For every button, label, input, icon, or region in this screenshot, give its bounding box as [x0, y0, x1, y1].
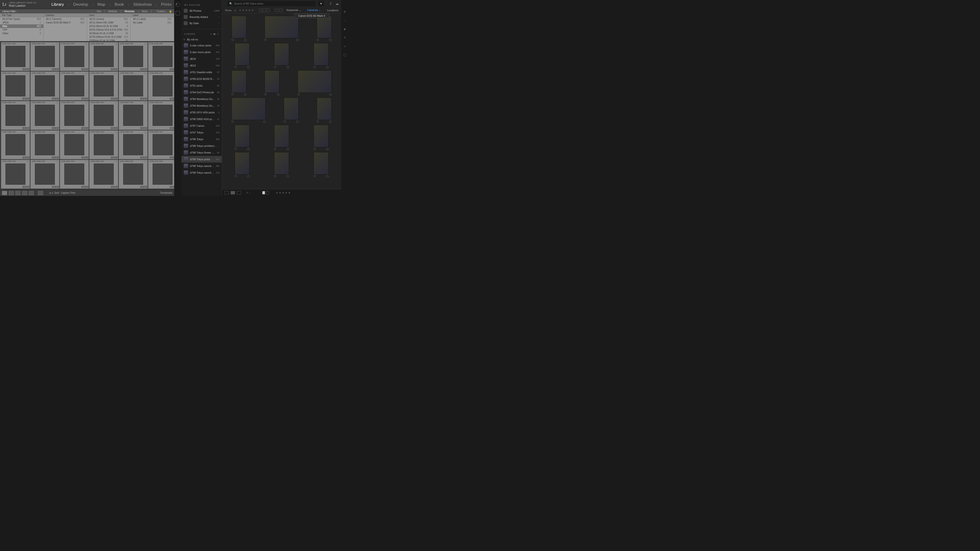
flag-icon[interactable] — [232, 39, 234, 41]
my-photos-icon[interactable] — [176, 11, 180, 15]
sort-icon[interactable]: ≡ ⌄ — [247, 191, 251, 194]
thumbnail-cell[interactable]: d798-4354.CR2⬚ — [30, 101, 59, 130]
meta-row[interactable]: All (6 Lenses)822 — [87, 17, 130, 21]
thumbnail-cell[interactable]: d798-4370.CR2⬚ — [148, 160, 174, 189]
custom-filter[interactable]: Custom... — [157, 10, 167, 13]
heal-icon[interactable]: ◉ — [343, 27, 347, 31]
flag-pick-icon[interactable] — [262, 191, 265, 194]
brush-icon[interactable]: ✎ — [343, 35, 347, 40]
expand-arrow-icon[interactable]: » — [169, 2, 172, 7]
flag-icon[interactable] — [265, 93, 267, 95]
square-grid-button[interactable] — [231, 191, 235, 194]
thumbnail-cell[interactable]: d798-4364.CR2⬚ — [148, 130, 174, 159]
thumbnail-cell[interactable]: d798-4360.CR2⬚ — [30, 130, 59, 159]
thumbnail-cell[interactable]: d798-4352.CR2⬚ — [148, 71, 174, 100]
thumbnail-cell[interactable]: d798-4361.CR2⬚ — [60, 130, 89, 159]
thumbnail-cell[interactable]: d798-4348.CR2⬚ — [30, 71, 59, 100]
flag-icon[interactable] — [235, 175, 237, 177]
locations-dropdown[interactable]: Locations — [327, 9, 338, 12]
flag-icon[interactable] — [313, 148, 316, 150]
meta-header[interactable]: Label — [130, 13, 174, 17]
by-date-item[interactable]: By Date ‹ — [181, 20, 222, 26]
photo-thumbnail[interactable] — [235, 152, 250, 178]
photo-thumbnail[interactable] — [235, 125, 250, 151]
thumbnail-cell[interactable]: d798-4347.CR2⬚ — [1, 71, 30, 100]
sort-direction-icon[interactable]: a↓z — [49, 192, 53, 194]
photo-thumbnail[interactable] — [235, 43, 250, 69]
rating-stars[interactable]: ★★★★★ — [275, 191, 291, 194]
search-box[interactable]: 🔍 — [227, 1, 316, 6]
photo-thumbnail[interactable] — [274, 152, 289, 178]
keywords-dropdown[interactable]: Keywords ⌄ — [286, 9, 301, 12]
album-item[interactable]: d798 Tokyo picks 211 — [181, 156, 222, 163]
thumbnail-cell[interactable]: d798-4366.CR2⬚ — [30, 160, 59, 189]
album-item[interactable]: d798 Tokyo flower artist 91 — [181, 149, 222, 156]
album-item[interactable]: d798 Tokyo architecture — [181, 143, 222, 149]
photo-thumbnail[interactable] — [298, 70, 332, 96]
meta-row[interactable]: EF16-35mm f/2.8L III USM9 — [87, 24, 130, 28]
photo-thumbnail[interactable] — [284, 98, 299, 124]
flag-icon[interactable] — [313, 175, 316, 177]
album-item[interactable]: d619 193 — [181, 62, 222, 69]
painter-tool-button[interactable] — [38, 191, 43, 195]
meta-row[interactable]: All (4 File Types)828 — [0, 17, 43, 21]
flag-icon[interactable] — [284, 121, 286, 122]
photo-thumbnail[interactable] — [317, 98, 332, 124]
flag-icon[interactable] — [235, 148, 237, 150]
thumbnail-cell[interactable]: d798-4365.CR2⬚ — [1, 160, 30, 189]
meta-row[interactable]: Canon EOS 6D Mark II822 — [43, 21, 87, 24]
photo-thumbnail[interactable] — [313, 125, 328, 151]
photo-thumbnail[interactable] — [232, 70, 247, 96]
module-develop[interactable]: Develop — [73, 2, 88, 7]
album-item[interactable]: 5-star mono picks 431 — [181, 49, 222, 56]
photo-view-icon[interactable] — [275, 9, 278, 12]
detail-button[interactable] — [237, 191, 241, 194]
meta-row[interactable]: No Label822 — [130, 21, 174, 24]
thumbnail-cell[interactable]: d798-4343.CR2⬚ — [60, 42, 89, 71]
meta-row[interactable]: EF35mm f/1.4L II USM35 — [87, 32, 130, 35]
thumbnail-cell[interactable]: d798-4342.CR2⬚ — [30, 42, 59, 71]
thumbnail-cell[interactable]: d798-4367.CR2⬚ — [60, 160, 89, 189]
filter-tab-attribute[interactable]: Attribute — [108, 10, 117, 13]
thumbnail-cell[interactable]: d798-4345.CR2⬚ — [119, 42, 148, 71]
flag-icon[interactable] — [317, 39, 319, 41]
album-item[interactable]: d794 DxO PhotoLab 33 — [181, 89, 222, 96]
thumbnail-cell[interactable]: d798-4363.CR2⬚ — [119, 130, 148, 159]
rating-gte-icon[interactable]: ≥ — [234, 9, 236, 12]
photo-thumbnail[interactable] — [232, 98, 266, 124]
album-item[interactable]: d797 Canon 193 — [181, 122, 222, 129]
flag-icon[interactable] — [265, 39, 267, 41]
module-map[interactable]: Map — [97, 2, 105, 7]
thumbnail-cell[interactable]: d798-4359.CR2⬚ — [1, 130, 30, 159]
photo-thumbnail[interactable] — [232, 16, 247, 41]
flag-icon[interactable] — [274, 175, 276, 177]
thumbnail-cell[interactable]: d798-4357.CR2⬚ — [119, 101, 148, 130]
thumbnail-cell[interactable]: d798-4368.CR2⬚ — [89, 160, 118, 189]
thumbnail-grid[interactable]: d798-4341.CR2⬚ d798-4342.CR2⬚ d798-4343.… — [0, 41, 174, 190]
album-item[interactable]: d791 picks 64 — [181, 82, 222, 89]
thumbnail-cell[interactable]: d798-4369.CR2⬚ — [119, 160, 148, 189]
photo-thumbnail[interactable] — [274, 43, 289, 69]
all-photos-item[interactable]: All Photos 9,889 — [181, 8, 222, 14]
album-item[interactable]: d794 Worlebury DxO c... 16 — [181, 96, 222, 102]
meta-row[interactable]: EF11-24mm f/4L USM54 — [87, 21, 130, 24]
album-item[interactable]: d781 Dawlish edits 67 — [181, 69, 222, 76]
album-item[interactable]: d798 Tokyo sword maker 132 — [181, 169, 222, 176]
grid-view-button[interactable] — [2, 191, 7, 195]
cameras-dropdown[interactable]: Cameras ⌄ — [307, 9, 321, 12]
album-item[interactable]: d795 GFX H2H picks 4 — [181, 109, 222, 116]
album-item[interactable]: d798 Tokyo sword figh... 394 — [181, 163, 222, 169]
cameras-dropdown-menu[interactable]: Canon EOS 6D Mark II — [294, 13, 329, 18]
people-view-button[interactable] — [29, 191, 34, 195]
flag-icon[interactable] — [274, 66, 276, 68]
share-icon[interactable]: ⇧ — [329, 2, 332, 5]
flag-icon[interactable] — [232, 121, 234, 122]
filter-tab-metadata[interactable]: Metadata — [124, 10, 134, 13]
thumbnail-cell[interactable]: d798-4349.CR2⬚ — [60, 71, 89, 100]
search-input[interactable] — [234, 2, 314, 5]
grid-view-icon[interactable]: ▦ — [213, 33, 216, 35]
thumbnail-cell[interactable]: d798-4341.CR2⬚ — [1, 42, 30, 71]
filter-tab-none[interactable]: None — [142, 10, 148, 13]
photo-thumbnail[interactable] — [313, 152, 328, 178]
radial-gradient-icon[interactable]: ◯ — [343, 52, 347, 57]
